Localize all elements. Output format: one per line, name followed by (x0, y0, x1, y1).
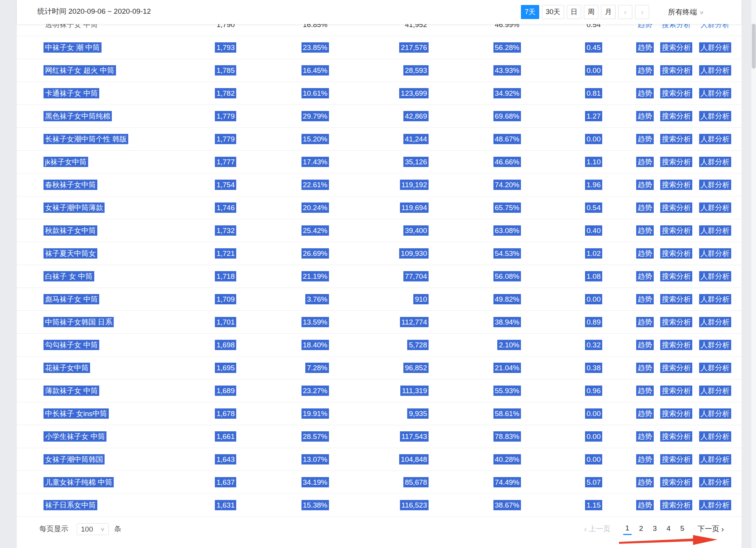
trend-link[interactable]: 趋势 (636, 431, 654, 442)
crowd-analysis-link[interactable]: 人群分析 (699, 477, 731, 487)
metric-cell-5: 1.27 (17, 111, 602, 121)
trend-link[interactable]: 趋势 (636, 180, 654, 190)
crowd-analysis-link[interactable]: 人群分析 (699, 363, 731, 373)
crowd-analysis-link[interactable]: 人群分析 (699, 408, 731, 419)
per-page-value: 100 (81, 524, 93, 535)
trend-link[interactable]: 趋势 (636, 88, 654, 98)
metric-cell-5: 0.00 (17, 294, 602, 304)
trend-link[interactable]: 趋势 (636, 454, 654, 464)
page-button-2[interactable]: 2 (637, 524, 645, 534)
trend-link[interactable]: 趋势 (636, 225, 654, 236)
table-row: 春秋袜子女中筒 1,754 22.61% 119,192 74.20% 1.96… (17, 174, 741, 196)
page-button-5[interactable]: 5 (678, 524, 687, 534)
metric-cell-5: 5.07 (17, 477, 602, 487)
prev-page-button[interactable]: ‹ 上一页 (584, 524, 610, 534)
table-row: 儿童女袜子纯棉 中筒 1,637 34.19% 85,678 74.49% 5.… (17, 471, 741, 494)
page-button-1[interactable]: 1 (623, 523, 632, 535)
crowd-analysis-link[interactable]: 人群分析 (699, 294, 731, 304)
search-analysis-link[interactable]: 搜索分析 (660, 317, 692, 327)
vertical-scrollbar[interactable] (751, 0, 756, 548)
search-analysis-link[interactable]: 搜索分析 (660, 134, 692, 144)
trend-link[interactable]: 趋势 (636, 363, 654, 373)
trend-link[interactable]: 趋势 (636, 294, 654, 304)
trend-link[interactable]: 趋势 (636, 477, 654, 487)
search-analysis-link[interactable]: 搜索分析 (660, 88, 692, 98)
crowd-analysis-link[interactable]: 人群分析 (699, 202, 731, 213)
range-button-day[interactable]: 日 (567, 5, 581, 19)
search-analysis-link[interactable]: 搜索分析 (660, 386, 692, 396)
crowd-analysis-link[interactable]: 人群分析 (699, 225, 731, 236)
search-analysis-link[interactable]: 搜索分析 (660, 157, 692, 167)
pager: ‹ 上一页 1 2 3 4 5 下一页 › (584, 523, 724, 535)
search-analysis-link[interactable]: 搜索分析 (660, 408, 692, 419)
crowd-analysis-link[interactable]: 人群分析 (699, 431, 731, 442)
trend-link[interactable]: 趋势 (636, 271, 654, 281)
row-actions: 趋势 搜索分析 人群分析 (636, 432, 736, 442)
trend-link[interactable]: 趋势 (636, 317, 654, 327)
trend-link[interactable]: 趋势 (636, 248, 654, 259)
crowd-analysis-link[interactable]: 人群分析 (699, 386, 731, 396)
crowd-analysis-link[interactable]: 人群分析 (699, 248, 731, 259)
trend-link[interactable]: 趋势 (636, 202, 654, 213)
search-analysis-link[interactable]: 搜索分析 (660, 111, 692, 121)
search-analysis-link[interactable]: 搜索分析 (660, 180, 692, 190)
trend-link[interactable]: 趋势 (636, 134, 654, 144)
search-analysis-link[interactable]: 搜索分析 (660, 500, 692, 510)
crowd-analysis-link[interactable]: 人群分析 (699, 42, 731, 53)
crowd-analysis-link[interactable]: 人群分析 (699, 134, 731, 144)
per-page-select[interactable]: 100∨ (77, 523, 109, 535)
crowd-analysis-link[interactable]: 人群分析 (699, 500, 731, 510)
crowd-analysis-link[interactable]: 人群分析 (699, 340, 731, 350)
range-button-month[interactable]: 月 (601, 5, 616, 19)
crowd-analysis-link[interactable]: 人群分析 (699, 180, 731, 190)
trend-link[interactable]: 趋势 (636, 500, 654, 510)
crowd-analysis-link[interactable]: 人群分析 (699, 271, 731, 281)
per-page-unit-label: 条 (114, 524, 121, 534)
search-analysis-link[interactable]: 搜索分析 (660, 225, 692, 236)
search-analysis-link[interactable]: 搜索分析 (660, 271, 692, 281)
metric-value: 1.10 (585, 157, 602, 167)
metric-value: 0.00 (585, 294, 602, 304)
page-button-4[interactable]: 4 (664, 524, 673, 534)
range-button-30days[interactable]: 30天 (542, 5, 564, 19)
metric-value: 1.27 (585, 111, 602, 121)
prev-period-button[interactable]: ‹ (618, 5, 632, 19)
search-analysis-link[interactable]: 搜索分析 (660, 42, 692, 53)
next-period-button[interactable]: › (635, 5, 649, 19)
trend-link[interactable]: 趋势 (636, 111, 654, 121)
search-analysis-link[interactable]: 搜索分析 (660, 202, 692, 213)
page-button-3[interactable]: 3 (651, 524, 659, 534)
crowd-analysis-link[interactable]: 人群分析 (699, 65, 731, 76)
table-row: 花袜子女中筒 1,695 7.28% 96,852 21.04% 0.38 趋势… (17, 357, 741, 379)
next-page-button[interactable]: 下一页 › (698, 524, 724, 534)
trend-link[interactable]: 趋势 (636, 65, 654, 76)
search-analysis-link[interactable]: 搜索分析 (660, 431, 692, 442)
search-analysis-link[interactable]: 搜索分析 (660, 340, 692, 350)
search-analysis-link[interactable]: 搜索分析 (660, 65, 692, 76)
crowd-analysis-link[interactable]: 人群分析 (699, 111, 731, 121)
table-row: 彪马袜子女 中筒 1,709 3.76% 910 49.82% 0.00 趋势 … (17, 288, 741, 311)
scrollbar-thumb[interactable] (752, 24, 756, 69)
range-button-week[interactable]: 周 (584, 5, 598, 19)
search-analysis-link[interactable]: 搜索分析 (660, 363, 692, 373)
search-analysis-link[interactable]: 搜索分析 (660, 454, 692, 464)
trend-link[interactable]: 趋势 (636, 42, 654, 53)
terminal-dropdown[interactable]: 所有终端∨ (668, 5, 704, 19)
trend-link[interactable]: 趋势 (636, 386, 654, 396)
search-analysis-link[interactable]: 搜索分析 (660, 294, 692, 304)
crowd-analysis-link[interactable]: 人群分析 (699, 88, 731, 98)
range-button-7days[interactable]: 7天 (521, 5, 539, 19)
trend-link[interactable]: 趋势 (636, 408, 654, 419)
search-analysis-link[interactable]: 搜索分析 (660, 248, 692, 259)
metric-cell-5: 0.96 (17, 386, 602, 396)
row-actions: 趋势 搜索分析 人群分析 (636, 226, 736, 236)
crowd-analysis-link[interactable]: 人群分析 (699, 157, 731, 167)
crowd-analysis-link[interactable]: 人群分析 (699, 317, 731, 327)
table-row: 白袜子 女 中筒 1,718 21.19% 77,704 56.08% 1.08… (17, 265, 741, 288)
search-analysis-link[interactable]: 搜索分析 (660, 477, 692, 487)
crowd-analysis-link[interactable]: 人群分析 (699, 454, 731, 464)
trend-link[interactable]: 趋势 (636, 340, 654, 350)
trend-link[interactable]: 趋势 (636, 157, 654, 167)
per-page-label: 每页显示 (39, 524, 68, 534)
table-row: 中袜子女 潮 中筒 1,793 23.85% 217,576 56.28% 0.… (17, 36, 741, 59)
